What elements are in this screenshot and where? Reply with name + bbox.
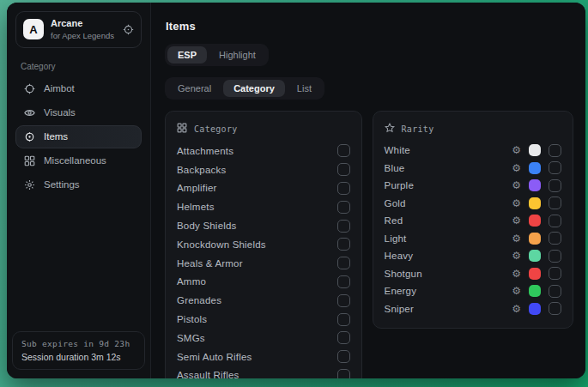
category-label: Assault Rifles — [177, 370, 239, 378]
rarity-row: Heavy ⚙ — [385, 247, 561, 265]
color-swatch[interactable] — [529, 285, 541, 297]
gear-icon[interactable]: ⚙ — [512, 251, 521, 261]
rarity-label: Sniper — [385, 304, 414, 314]
sidebar-section-label: Category — [21, 62, 136, 71]
rarity-checkbox[interactable] — [549, 161, 561, 174]
category-row: Body Shields — [177, 216, 350, 235]
category-row: Amplifier — [177, 179, 350, 198]
rarity-checkbox[interactable] — [549, 179, 561, 192]
category-checkbox[interactable] — [337, 350, 350, 363]
category-checkbox[interactable] — [337, 275, 350, 288]
sidebar-item-label: Items — [44, 131, 68, 142]
category-panel-title: Category — [194, 124, 238, 134]
category-checkbox[interactable] — [337, 331, 350, 344]
rarity-label: Purple — [385, 180, 414, 190]
rarity-checkbox[interactable] — [549, 144, 561, 157]
rarity-label: Blue — [385, 163, 405, 173]
rarity-row: Red ⚙ — [385, 212, 561, 230]
rarity-checkbox[interactable] — [549, 232, 561, 245]
category-checkbox[interactable] — [337, 313, 350, 326]
category-checkbox[interactable] — [337, 144, 350, 157]
crosshair-icon[interactable] — [123, 24, 134, 35]
rarity-label: White — [385, 145, 410, 155]
category-row: Heals & Armor — [177, 254, 350, 273]
color-swatch[interactable] — [529, 268, 541, 280]
gear-icon[interactable]: ⚙ — [512, 163, 521, 173]
rarity-label: Gold — [385, 198, 406, 209]
sidebar-item-items[interactable]: Items — [15, 125, 142, 148]
color-swatch[interactable] — [529, 144, 541, 156]
gear-icon[interactable]: ⚙ — [512, 180, 521, 190]
category-checkbox[interactable] — [337, 201, 350, 214]
rarity-row: Blue ⚙ — [385, 160, 561, 178]
category-label: Amplifier — [177, 183, 217, 193]
page-title: Items — [166, 20, 573, 33]
tab-esp[interactable]: ESP — [167, 46, 207, 63]
rarity-checkbox[interactable] — [549, 285, 561, 298]
gear-icon[interactable]: ⚙ — [512, 269, 521, 279]
gear-icon[interactable]: ⚙ — [512, 304, 521, 314]
color-swatch[interactable] — [529, 162, 541, 174]
color-swatch[interactable] — [529, 179, 541, 191]
category-row: Pistols — [177, 310, 350, 329]
category-checkbox[interactable] — [337, 294, 350, 307]
rarity-checkbox[interactable] — [549, 197, 561, 209]
category-panel-header: Category — [177, 119, 350, 142]
sidebar-item-miscellaneous[interactable]: Miscellaneous — [15, 149, 142, 172]
rarity-checkbox[interactable] — [549, 215, 561, 227]
category-row: Ammo — [177, 273, 350, 292]
sidebar-item-settings[interactable]: Settings — [15, 173, 142, 197]
color-swatch[interactable] — [529, 250, 541, 262]
category-row: Backpacks — [177, 160, 350, 179]
gear-icon[interactable]: ⚙ — [512, 215, 521, 226]
rarity-checkbox[interactable] — [549, 250, 561, 263]
rarity-label: Shotgun — [385, 269, 422, 279]
gear-icon[interactable]: ⚙ — [512, 198, 521, 209]
category-label: Knockdown Shields — [177, 239, 266, 250]
rarity-checkbox[interactable] — [549, 302, 561, 315]
category-label: Attachments — [177, 146, 233, 156]
category-checkbox[interactable] — [337, 163, 350, 176]
rarity-checkbox[interactable] — [549, 267, 561, 280]
gear-icon[interactable]: ⚙ — [512, 233, 521, 244]
view-tab-group: General Category List — [165, 77, 324, 100]
session-duration-text: Session duration 3m 12s — [21, 352, 136, 362]
category-row: Helmets — [177, 197, 350, 216]
category-row: Attachments — [177, 142, 350, 160]
category-checkbox[interactable] — [337, 369, 350, 378]
category-label: Backpacks — [177, 165, 226, 175]
category-row: Knockdown Shields — [177, 235, 350, 254]
eye-icon — [24, 106, 36, 118]
rarity-controls: ⚙ — [512, 302, 561, 315]
rarity-panel-title: Rarity — [402, 124, 434, 134]
gear-icon[interactable]: ⚙ — [512, 286, 521, 296]
sidebar-item-aimbot[interactable]: Aimbot — [15, 77, 142, 100]
brand-logo: A — [23, 19, 44, 39]
brand-subtitle: for Apex Legends — [51, 31, 114, 40]
rarity-row: Gold ⚙ — [385, 195, 561, 213]
tab-category[interactable]: Category — [223, 80, 285, 97]
category-label: Pistols — [177, 314, 207, 324]
category-label: SMGs — [177, 333, 205, 343]
color-swatch[interactable] — [529, 303, 541, 315]
mode-tab-row: ESP Highlight — [165, 44, 573, 66]
color-swatch[interactable] — [529, 215, 541, 227]
rarity-row: Shotgun ⚙ — [385, 265, 561, 283]
gear-icon[interactable]: ⚙ — [512, 145, 521, 155]
rarity-row: Sniper ⚙ — [385, 300, 561, 318]
tab-general[interactable]: General — [167, 80, 221, 97]
brand-text: Arcane for Apex Legends — [51, 18, 114, 41]
category-checkbox[interactable] — [337, 220, 350, 233]
sidebar-item-visuals[interactable]: Visuals — [15, 101, 142, 124]
color-swatch[interactable] — [529, 233, 541, 245]
rarity-panel-header: Rarity — [385, 119, 561, 142]
category-checkbox[interactable] — [337, 257, 350, 269]
tab-highlight[interactable]: Highlight — [209, 46, 266, 63]
category-label: Body Shields — [177, 221, 237, 231]
rarity-controls: ⚙ — [512, 250, 561, 263]
sidebar: A Arcane for Apex Legends Category Aimbo… — [7, 3, 151, 378]
tab-list[interactable]: List — [287, 80, 322, 97]
category-checkbox[interactable] — [337, 238, 350, 251]
color-swatch[interactable] — [529, 197, 541, 209]
category-checkbox[interactable] — [337, 182, 350, 195]
